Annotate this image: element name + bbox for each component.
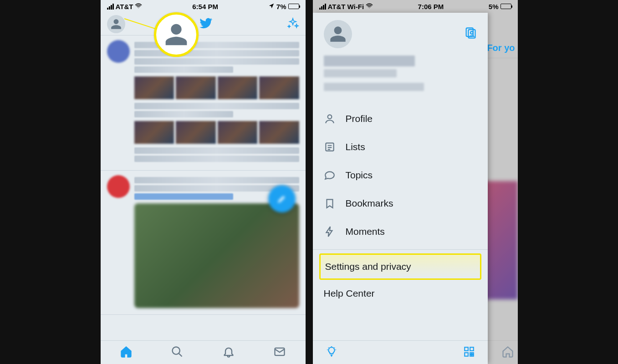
svg-rect-7 — [465, 347, 468, 351]
battery-pct: 5% — [489, 3, 499, 10]
cell-signal-icon — [319, 4, 326, 10]
tweet-item[interactable] — [101, 171, 306, 315]
person-icon — [324, 113, 336, 125]
top-nav — [101, 13, 306, 35]
compose-tweet-button[interactable] — [268, 185, 296, 212]
clock: 6:54 PM — [192, 3, 218, 10]
avatar-callout-highlight — [154, 12, 199, 57]
menu-item-bookmarks[interactable]: Bookmarks — [313, 189, 488, 217]
side-drawer: Profile Lists Topics Bookmarks Moments — [313, 13, 488, 364]
qr-icon[interactable] — [463, 346, 475, 359]
drawer-menu: Profile Lists Topics Bookmarks Moments — [313, 105, 488, 246]
menu-item-settings-privacy[interactable]: Settings and privacy — [319, 253, 481, 280]
svg-rect-8 — [470, 347, 474, 351]
clock: 7:06 PM — [418, 3, 444, 10]
svg-point-0 — [173, 347, 180, 354]
tweet-avatar[interactable] — [107, 40, 130, 63]
menu-label: Topics — [346, 170, 373, 181]
svg-rect-12 — [470, 354, 471, 356]
phone-feed-screenshot: AT&T 6:54 PM 7% — [101, 0, 306, 364]
list-icon — [324, 141, 336, 153]
svg-rect-13 — [472, 354, 473, 356]
tab-messages[interactable] — [273, 345, 286, 360]
svg-rect-11 — [472, 353, 473, 354]
carrier-label: AT&T Wi-Fi — [328, 3, 364, 10]
tab-search[interactable] — [171, 345, 184, 360]
phone-drawer-screenshot: For yo S To 2 ad Tre AT&T Wi-Fi — [313, 0, 518, 364]
menu-item-lists[interactable]: Lists — [313, 133, 488, 161]
account-name-blurred — [324, 56, 477, 91]
wifi-icon — [135, 2, 142, 11]
tweet-media[interactable] — [134, 76, 299, 99]
menu-label: Moments — [346, 226, 385, 237]
profile-avatar-button[interactable] — [107, 15, 125, 33]
svg-rect-10 — [470, 353, 471, 354]
status-bar: AT&T Wi-Fi 7:06 PM 5% — [313, 0, 518, 13]
carrier-label: AT&T — [116, 3, 133, 10]
tweet-media[interactable] — [134, 121, 299, 144]
svg-point-4 — [470, 31, 473, 34]
menu-label: Lists — [346, 142, 365, 152]
battery-icon — [501, 4, 511, 9]
bulb-icon[interactable] — [326, 346, 337, 359]
battery-pct: 7% — [276, 3, 286, 10]
tab-notifications[interactable] — [222, 345, 235, 360]
location-icon — [268, 3, 275, 10]
menu-label: Settings and privacy — [325, 261, 411, 272]
tweet-item[interactable] — [101, 35, 306, 171]
svg-point-5 — [327, 115, 332, 119]
bottom-tab-bar — [101, 340, 306, 364]
status-bar: AT&T 6:54 PM 7% — [101, 0, 306, 13]
topic-icon — [324, 169, 336, 181]
tweet-avatar[interactable] — [107, 175, 130, 198]
drawer-header — [313, 13, 488, 96]
sparkle-icon[interactable] — [286, 17, 299, 31]
menu-item-profile[interactable]: Profile — [313, 105, 488, 133]
menu-item-moments[interactable]: Moments — [313, 217, 488, 246]
menu-label: Profile — [346, 113, 373, 124]
menu-item-topics[interactable]: Topics — [313, 161, 488, 189]
menu-label: Help Center — [324, 288, 375, 298]
tab-home[interactable] — [120, 345, 133, 360]
divider — [313, 249, 488, 250]
bolt-icon — [324, 226, 336, 238]
battery-icon — [288, 4, 299, 9]
bookmark-icon — [324, 197, 336, 209]
svg-rect-9 — [465, 353, 468, 356]
segment-for-you[interactable]: For yo — [487, 43, 515, 53]
cell-signal-icon — [107, 4, 114, 10]
wifi-icon — [366, 2, 373, 11]
accounts-icon[interactable] — [464, 26, 477, 41]
tab-home-dimmed[interactable] — [501, 345, 514, 360]
timeline-feed[interactable] — [101, 35, 306, 340]
menu-label: Bookmarks — [346, 198, 393, 209]
twitter-bird-icon — [199, 16, 213, 32]
menu-item-help-center[interactable]: Help Center — [313, 280, 488, 307]
tweet-media-large[interactable] — [134, 203, 299, 308]
drawer-footer — [313, 340, 488, 364]
drawer-avatar[interactable] — [324, 20, 352, 48]
